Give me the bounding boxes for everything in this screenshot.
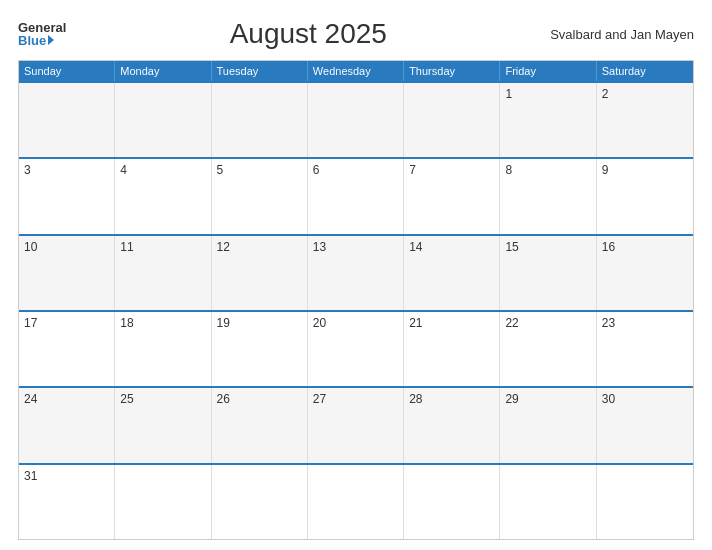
day-number: 19 — [217, 316, 302, 330]
day-header-tuesday: Tuesday — [212, 61, 308, 81]
day-cell-24: 24 — [19, 388, 115, 462]
week-row-2: 3456789 — [19, 157, 693, 233]
day-number: 8 — [505, 163, 590, 177]
day-number: 18 — [120, 316, 205, 330]
day-number: 9 — [602, 163, 688, 177]
day-number: 26 — [217, 392, 302, 406]
week-row-3: 10111213141516 — [19, 234, 693, 310]
day-cell-14: 14 — [404, 236, 500, 310]
header: General Blue August 2025 Svalbard and Ja… — [18, 18, 694, 50]
day-number: 6 — [313, 163, 398, 177]
day-number: 24 — [24, 392, 109, 406]
day-cell-20: 20 — [308, 312, 404, 386]
day-cell-15: 15 — [500, 236, 596, 310]
day-cell-empty — [308, 465, 404, 539]
day-header-sunday: Sunday — [19, 61, 115, 81]
day-cell-4: 4 — [115, 159, 211, 233]
day-header-friday: Friday — [500, 61, 596, 81]
day-cell-23: 23 — [597, 312, 693, 386]
day-cell-empty — [115, 83, 211, 157]
day-number: 20 — [313, 316, 398, 330]
day-headers-row: SundayMondayTuesdayWednesdayThursdayFrid… — [19, 61, 693, 81]
day-cell-27: 27 — [308, 388, 404, 462]
day-cell-empty — [212, 465, 308, 539]
day-cell-18: 18 — [115, 312, 211, 386]
week-row-4: 17181920212223 — [19, 310, 693, 386]
day-number: 23 — [602, 316, 688, 330]
logo: General Blue — [18, 21, 66, 47]
day-cell-empty — [212, 83, 308, 157]
day-cell-3: 3 — [19, 159, 115, 233]
day-header-thursday: Thursday — [404, 61, 500, 81]
day-cell-13: 13 — [308, 236, 404, 310]
day-number: 29 — [505, 392, 590, 406]
day-cell-empty — [404, 465, 500, 539]
day-header-monday: Monday — [115, 61, 211, 81]
day-cell-12: 12 — [212, 236, 308, 310]
region-label: Svalbard and Jan Mayen — [550, 27, 694, 42]
day-cell-empty — [115, 465, 211, 539]
month-title: August 2025 — [66, 18, 550, 50]
day-cell-16: 16 — [597, 236, 693, 310]
logo-blue-text: Blue — [18, 34, 66, 47]
day-number: 21 — [409, 316, 494, 330]
day-cell-29: 29 — [500, 388, 596, 462]
day-number: 12 — [217, 240, 302, 254]
calendar-page: General Blue August 2025 Svalbard and Ja… — [0, 0, 712, 550]
day-number: 28 — [409, 392, 494, 406]
day-number: 13 — [313, 240, 398, 254]
day-cell-28: 28 — [404, 388, 500, 462]
day-number: 30 — [602, 392, 688, 406]
weeks-container: 1234567891011121314151617181920212223242… — [19, 81, 693, 539]
day-number: 17 — [24, 316, 109, 330]
day-cell-6: 6 — [308, 159, 404, 233]
day-cell-25: 25 — [115, 388, 211, 462]
day-number: 22 — [505, 316, 590, 330]
day-number: 4 — [120, 163, 205, 177]
day-cell-11: 11 — [115, 236, 211, 310]
day-cell-7: 7 — [404, 159, 500, 233]
logo-triangle-icon — [48, 35, 54, 45]
day-cell-26: 26 — [212, 388, 308, 462]
day-cell-2: 2 — [597, 83, 693, 157]
calendar-grid: SundayMondayTuesdayWednesdayThursdayFrid… — [18, 60, 694, 540]
day-number: 7 — [409, 163, 494, 177]
day-cell-10: 10 — [19, 236, 115, 310]
day-cell-5: 5 — [212, 159, 308, 233]
day-header-saturday: Saturday — [597, 61, 693, 81]
day-number: 1 — [505, 87, 590, 101]
day-number: 15 — [505, 240, 590, 254]
day-cell-17: 17 — [19, 312, 115, 386]
day-number: 25 — [120, 392, 205, 406]
day-number: 31 — [24, 469, 109, 483]
day-header-wednesday: Wednesday — [308, 61, 404, 81]
day-number: 10 — [24, 240, 109, 254]
day-cell-empty — [500, 465, 596, 539]
week-row-6: 31 — [19, 463, 693, 539]
day-cell-30: 30 — [597, 388, 693, 462]
day-cell-8: 8 — [500, 159, 596, 233]
day-cell-empty — [308, 83, 404, 157]
day-cell-9: 9 — [597, 159, 693, 233]
day-cell-22: 22 — [500, 312, 596, 386]
day-cell-19: 19 — [212, 312, 308, 386]
day-cell-21: 21 — [404, 312, 500, 386]
day-number: 14 — [409, 240, 494, 254]
day-cell-31: 31 — [19, 465, 115, 539]
day-cell-1: 1 — [500, 83, 596, 157]
day-cell-empty — [19, 83, 115, 157]
day-number: 11 — [120, 240, 205, 254]
day-cell-empty — [404, 83, 500, 157]
day-cell-empty — [597, 465, 693, 539]
day-number: 5 — [217, 163, 302, 177]
week-row-5: 24252627282930 — [19, 386, 693, 462]
day-number: 27 — [313, 392, 398, 406]
day-number: 2 — [602, 87, 688, 101]
day-number: 3 — [24, 163, 109, 177]
day-number: 16 — [602, 240, 688, 254]
week-row-1: 12 — [19, 81, 693, 157]
